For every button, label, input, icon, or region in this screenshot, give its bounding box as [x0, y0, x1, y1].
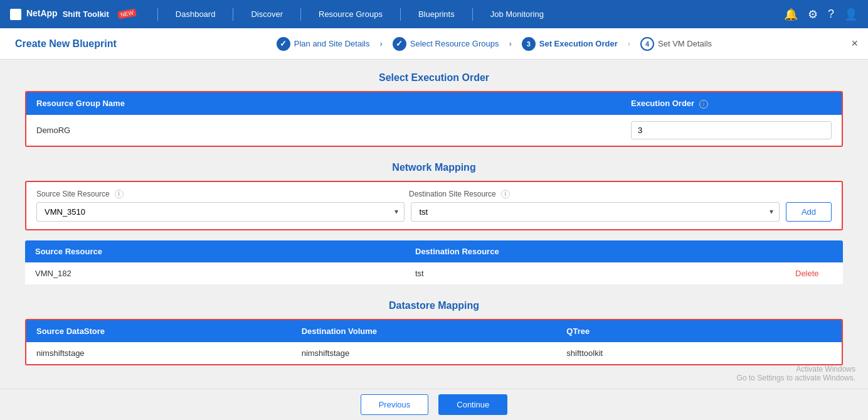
sub-header: Create New Blueprint ✓ Plan and Site Det…: [0, 28, 868, 60]
nav-dashboard[interactable]: Dashboard: [167, 9, 225, 19]
wizard-step-1: ✓ Plan and Site Details: [267, 37, 380, 51]
step-label-3: Set Execution Order: [539, 39, 618, 48]
network-mapping-box: Source Site Resource i Destination Site …: [25, 181, 843, 230]
execution-order-table: Resource Group Name Execution Order i De…: [25, 91, 843, 147]
step-label-1: Plan and Site Details: [294, 39, 370, 48]
network-table-header: Source Resource Destination Resource: [25, 240, 843, 262]
nav-links: Dashboard Discover Resource Groups Bluep…: [167, 8, 784, 21]
network-mapping-table: Source Resource Destination Resource VMN…: [25, 240, 843, 285]
activate-watermark: Activate Windows Go to Settings to activ…: [737, 365, 855, 382]
new-badge: NEW: [117, 9, 137, 19]
destination-site-select[interactable]: tst: [411, 202, 779, 222]
gear-icon[interactable]: ⚙: [808, 8, 818, 21]
col-rg-header: Resource Group Name: [36, 99, 631, 109]
col-ds-header: Source DataStore: [36, 326, 302, 336]
execution-order-input-wrapper: [631, 121, 832, 139]
execution-order-header: Resource Group Name Execution Order i: [26, 92, 842, 115]
nav-divider-1: [233, 8, 233, 21]
network-destination-value: tst: [415, 269, 795, 278]
netapp-logo: NetApp: [10, 8, 58, 19]
resource-group-name: DemoRG: [36, 126, 631, 135]
step-label-2: Select Resource Groups: [410, 39, 499, 48]
datastore-destination-value: nimshiftstage: [302, 348, 567, 358]
step-circle-1: ✓: [277, 37, 290, 51]
network-row-labels: Source Site Resource i Destination Site …: [36, 190, 832, 198]
execution-order-input[interactable]: [631, 121, 832, 139]
close-button[interactable]: ×: [851, 37, 858, 50]
nav-resource-groups[interactable]: Resource Groups: [310, 9, 391, 19]
product-name: Shift Toolkit: [63, 9, 109, 19]
col-eo-header: Execution Order i: [631, 99, 832, 109]
col-src-header: Source Resource: [35, 247, 415, 256]
step-circle-3: 3: [522, 37, 536, 51]
source-site-select[interactable]: VMN_3510: [36, 202, 405, 222]
wizard-step-4: 4 Set VM Details: [630, 37, 722, 51]
brand-name: NetApp: [26, 8, 58, 18]
nav-divider-3: [400, 8, 401, 21]
datastore-mapping-title: Datastore Mapping: [25, 300, 843, 311]
datastore-table-row: nimshiftstage nimshiftstage shifttoolkit: [26, 342, 842, 364]
delete-network-mapping-button[interactable]: Delete: [795, 269, 819, 278]
top-nav: NetApp Shift Toolkit NEW Dashboard Disco…: [0, 0, 868, 28]
source-info-icon[interactable]: i: [115, 190, 124, 198]
destination-info-icon[interactable]: i: [501, 190, 510, 198]
nav-right-icons: 🔔 ⚙ ? 👤: [784, 8, 858, 21]
col-dv-header: Destination Volume: [302, 326, 567, 336]
source-site-label: Source Site Resource i: [36, 190, 399, 198]
nav-discover[interactable]: Discover: [242, 9, 292, 19]
wizard-step-3: 3 Set Execution Order: [512, 37, 628, 51]
nav-job-monitoring[interactable]: Job Monitoring: [482, 9, 553, 19]
datastore-qtree-value: shifttoolkit: [566, 348, 832, 358]
previous-button[interactable]: Previous: [361, 394, 429, 415]
execution-order-title: Select Execution Order: [25, 72, 843, 83]
continue-button[interactable]: Continue: [438, 394, 507, 415]
nav-divider: [157, 8, 158, 21]
nav-blueprints[interactable]: Blueprints: [410, 9, 463, 19]
col-dst-header: Destination Resource: [415, 247, 795, 256]
nav-divider-4: [472, 8, 473, 21]
datastore-table-header: Source DataStore Destination Volume QTre…: [26, 320, 842, 342]
step-label-4: Set VM Details: [658, 39, 712, 48]
datastore-source-value: nimshiftstage: [36, 348, 302, 358]
nav-divider-2: [300, 8, 301, 21]
bell-icon[interactable]: 🔔: [784, 8, 798, 21]
destination-site-label: Destination Site Resource i: [409, 190, 771, 198]
destination-select-wrapper: tst ▾: [411, 202, 779, 222]
page-title: Create New Blueprint: [15, 38, 117, 50]
help-icon[interactable]: ?: [828, 8, 834, 21]
network-source-value: VMN_182: [35, 269, 415, 278]
network-mapping-title: Network Mapping: [25, 162, 843, 173]
col-qt-header: QTree: [566, 326, 832, 336]
execution-order-info-icon[interactable]: i: [699, 100, 708, 109]
step-circle-2: ✓: [393, 37, 406, 51]
user-icon[interactable]: 👤: [844, 8, 858, 21]
network-table-row: VMN_182 tst Delete: [25, 262, 843, 285]
network-row-controls: VMN_3510 ▾ tst ▾ Add: [36, 202, 832, 222]
wizard-step-2: ✓ Select Resource Groups: [383, 37, 509, 51]
main-content: Select Execution Order Resource Group Na…: [0, 60, 868, 389]
nav-brand: NetApp Shift Toolkit NEW: [10, 8, 136, 19]
source-select-wrapper: VMN_3510 ▾: [36, 202, 405, 222]
step-circle-4: 4: [640, 37, 654, 51]
execution-order-row: DemoRG: [26, 115, 842, 146]
wizard-steps: ✓ Plan and Site Details › ✓ Select Resou…: [135, 37, 853, 51]
netapp-icon: [10, 9, 21, 20]
add-network-mapping-button[interactable]: Add: [786, 202, 832, 222]
datastore-mapping-table: Source DataStore Destination Volume QTre…: [25, 319, 843, 365]
footer: Previous Continue: [0, 389, 868, 420]
